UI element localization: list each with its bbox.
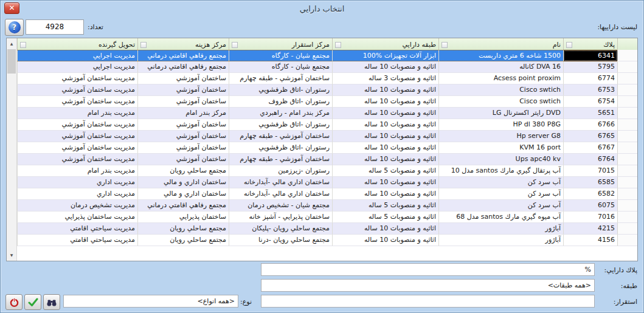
row-indicator[interactable] (617, 165, 637, 177)
cell-class[interactable]: اثاثيه و منصوبات 5 ساله (332, 212, 438, 223)
cell-plak[interactable]: 6585 (563, 177, 617, 188)
cell-plak[interactable]: 6754 (563, 96, 617, 108)
cell-name[interactable]: Cisco swtich (438, 96, 563, 108)
row-indicator[interactable] (617, 188, 637, 200)
row-indicator[interactable] (617, 73, 637, 84)
cell-cost[interactable]: مجتمع ساحلي رويان (137, 165, 229, 177)
cell-name[interactable]: Ups apc40 kv (438, 154, 563, 165)
cell-receiver[interactable]: مديريت سياحتي اقامتي (17, 235, 137, 246)
titlebar[interactable]: انتخاب دارايي ✕ (1, 1, 643, 18)
row-indicator[interactable] (617, 177, 637, 188)
filter-checkbox-icon[interactable] (335, 42, 341, 48)
cell-name[interactable]: آب سرد کن (438, 200, 563, 212)
class-filter-input[interactable] (261, 279, 595, 292)
cell-receiver[interactable]: مديريت اداري (17, 177, 137, 188)
cell-cost[interactable]: ساختمان پذيرايي (137, 212, 229, 223)
cell-receiver[interactable]: مديريت اجرايي (17, 50, 137, 61)
cell-cost[interactable]: ساختمان آموزشي (137, 84, 229, 96)
cell-plak[interactable]: 6341 (563, 50, 617, 61)
cell-plak[interactable]: 6075 (563, 200, 617, 212)
cell-receiver[interactable]: مديريت بندر امام (17, 108, 137, 119)
asset-plate-filter-input[interactable] (261, 263, 595, 276)
cell-deploy[interactable]: رستوران -اتاق ظروف (229, 96, 332, 108)
cell-class[interactable]: اثاثيه و منصوبات 10 ساله (332, 131, 438, 142)
cell-class[interactable]: اثاثيه و منصوبات 10 ساله (332, 61, 438, 73)
cell-name[interactable]: DVA 16 کاناله (438, 61, 563, 73)
cell-plak[interactable]: 6764 (563, 154, 617, 165)
cell-deploy[interactable]: ساختمان آموزشي - طبقه چهارم (229, 131, 332, 142)
cell-receiver[interactable]: مديريت ساختمان آموزشي (17, 96, 137, 108)
row-indicator[interactable] (617, 154, 637, 165)
row-indicator[interactable] (617, 235, 637, 246)
cancel-button[interactable] (5, 294, 23, 310)
filter-checkbox-icon[interactable] (232, 42, 238, 48)
cell-cost[interactable]: ساختمان آموزشي (137, 142, 229, 154)
cell-cost[interactable]: ساختمان آموزشي (137, 119, 229, 131)
cell-name[interactable]: HP dl 380 P8G (438, 119, 563, 131)
cell-cost[interactable]: مجتمع رفاهي اقامتي درماني (137, 61, 229, 73)
cell-name[interactable]: آب سرد کن (438, 188, 563, 200)
vertical-scrollbar[interactable]: ▲ ▼ (7, 38, 17, 261)
cell-name[interactable]: آباژور (438, 235, 563, 246)
row-indicator[interactable] (617, 96, 637, 108)
cell-receiver[interactable]: مديريت ساختمان آموزشي (17, 73, 137, 84)
close-icon[interactable]: ✕ (4, 2, 19, 14)
cell-receiver[interactable]: مديريت اداري (17, 188, 137, 200)
cell-plak[interactable]: 6767 (563, 142, 617, 154)
cell-name[interactable]: 1500 شاخه 6 متري داربست (438, 50, 563, 61)
row-indicator[interactable] (617, 50, 637, 61)
cell-deploy[interactable]: مجتمع ساحلي رويان -پليکان (229, 223, 332, 235)
cell-cost[interactable]: ساختمان اداري و مالي (137, 177, 229, 188)
cell-receiver[interactable]: مديريت ساختمان آموزشي (17, 154, 137, 165)
cell-cost[interactable]: ساختمان اداري و مالي (137, 188, 229, 200)
cell-plak[interactable]: 4215 (563, 223, 617, 235)
cell-deploy[interactable]: رستوران -اتاق ظرفشويي (229, 142, 332, 154)
ok-button[interactable] (24, 294, 41, 310)
cell-receiver[interactable]: مديريت اجرايي (17, 61, 137, 73)
row-indicator[interactable] (617, 200, 637, 212)
filter-checkbox-icon[interactable] (441, 42, 448, 48)
cell-class[interactable]: اثاثيه و منصوبات 10 ساله (332, 223, 438, 235)
row-indicator[interactable] (617, 84, 637, 96)
row-indicator[interactable] (617, 108, 637, 119)
cell-deploy[interactable]: مجتمع شيان - کارگاه (229, 50, 332, 61)
cell-name[interactable]: آباژور (438, 223, 563, 235)
cell-class[interactable]: اثاثيه و منصوبات 3 ساله (332, 73, 438, 84)
cell-cost[interactable]: مرکز بندر امام (137, 108, 229, 119)
cell-class[interactable]: اثاثيه و منصوبات 10 ساله (332, 108, 438, 119)
cell-receiver[interactable]: مديريت ساختمان آموزشي (17, 131, 137, 142)
cell-plak[interactable]: 6582 (563, 188, 617, 200)
cell-plak[interactable]: 6766 (563, 119, 617, 131)
cell-class[interactable]: اثاثيه و منصوبات 10 ساله (332, 188, 438, 200)
filter-checkbox-icon[interactable] (140, 42, 147, 48)
cell-name[interactable]: Hp server G8 (438, 131, 563, 142)
cell-receiver[interactable]: مديريت بندر امام (17, 165, 137, 177)
cell-receiver[interactable]: مديريت ساختمان آموزشي (17, 142, 137, 154)
cell-class[interactable]: اثاثيه و منصوبات 5 ساله (332, 200, 438, 212)
help-button[interactable]: ? (5, 19, 24, 36)
cell-deploy[interactable]: رستوران -زيرزمين (229, 165, 332, 177)
filter-checkbox-icon[interactable] (566, 42, 572, 48)
filter-checkbox-icon[interactable] (20, 42, 26, 48)
scroll-up-icon[interactable]: ▲ (7, 39, 16, 49)
cell-plak[interactable]: 7015 (563, 165, 617, 177)
cell-cost[interactable]: مجتمع رفاهي اقامتي درماني (137, 50, 229, 61)
cell-receiver[interactable]: مديريت ساختمان آموزشي (17, 119, 137, 131)
cell-name[interactable]: Cisco swtich (438, 84, 563, 96)
cell-deploy[interactable]: رستوران -اتاق ظرفشويي (229, 84, 332, 96)
cell-deploy[interactable]: ساختمان آموزشي - طبقه چهارم (229, 73, 332, 84)
cell-cost[interactable]: مجتمع ساحلي رويان (137, 235, 229, 246)
cell-receiver[interactable]: مديريت ساختمان آموزشي (17, 84, 137, 96)
cell-class[interactable]: اثاثيه و منصوبات 5 ساله (332, 165, 438, 177)
cell-name[interactable]: آب پرتقال گيري مارك santos مدل 10 (438, 165, 563, 177)
cell-deploy[interactable]: مجتمع شيان - کارگاه (229, 61, 332, 73)
cell-plak[interactable]: 6774 (563, 73, 617, 84)
cell-plak[interactable]: 4156 (563, 235, 617, 246)
cell-class[interactable]: ابزار آلات تجهيزات %100 (332, 50, 438, 61)
cell-cost[interactable]: ساختمان آموزشي (137, 154, 229, 165)
cell-name[interactable]: آب سرد کن (438, 177, 563, 188)
cell-plak[interactable]: 5651 (563, 108, 617, 119)
cell-deploy[interactable]: ساختمان پذيرايي - آشپز خانه (229, 212, 332, 223)
row-indicator[interactable] (617, 142, 637, 154)
cell-class[interactable]: اثاثيه و منصوبات 10 ساله (332, 84, 438, 96)
